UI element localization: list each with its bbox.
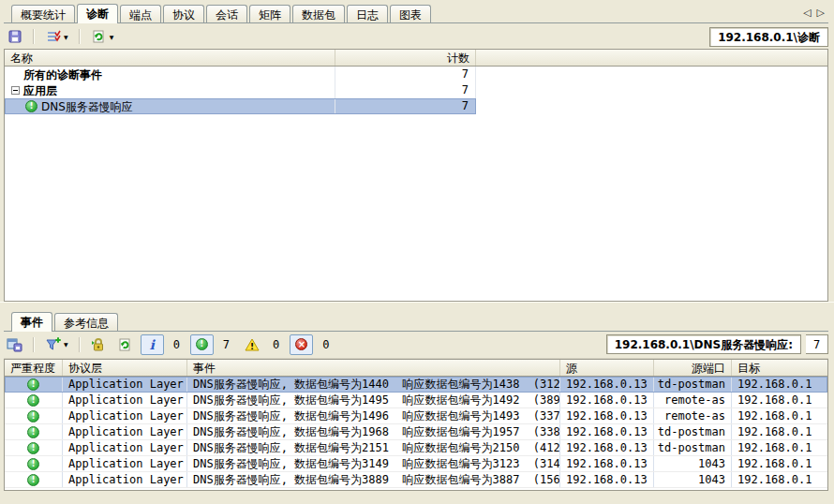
events-column-header-3[interactable]: 源: [560, 360, 654, 376]
refresh-button[interactable]: ▼: [88, 26, 117, 47]
main-tab-8[interactable]: 图表: [390, 5, 431, 22]
bottom-tab-strip: 事件参考信息: [4, 311, 828, 332]
events-pane: 严重程度协议层事件源源端口目标 !Application LayerDNS服务器…: [4, 359, 828, 491]
refresh-button[interactable]: [114, 334, 136, 355]
tree-rows: 所有的诊断事件7应用层7!DNS服务器慢响应7: [5, 67, 476, 114]
events-column-header-4[interactable]: 源端口: [654, 360, 732, 376]
event-cell: DNS服务器慢响应, 数据包编号为1440 响应数据包编号为1438 (312 …: [187, 377, 560, 392]
warning-filter-toggle[interactable]: !: [240, 334, 263, 355]
tree-column-header-1[interactable]: 计数: [335, 50, 476, 66]
source-cell: 192.168.0.13: [560, 456, 654, 471]
save-button[interactable]: [4, 26, 25, 47]
tree-row[interactable]: 应用层7: [5, 82, 476, 98]
tree-row[interactable]: !DNS服务器慢响应7: [5, 98, 476, 114]
event-row[interactable]: !Application LayerDNS服务器慢响应, 数据包编号为1496 …: [5, 408, 827, 424]
protocol-cell: Application Layer: [63, 472, 187, 487]
event-cell: DNS服务器慢响应, 数据包编号为1495 响应数据包编号为1492 (389 …: [187, 393, 560, 408]
event-row[interactable]: !Application LayerDNS服务器慢响应, 数据包编号为3889 …: [5, 472, 827, 488]
source-port-cell: remote-as: [654, 408, 732, 423]
toolbar-separator: [79, 29, 81, 44]
tree-row-label: 应用层: [23, 83, 57, 98]
main-tab-6[interactable]: 数据包: [292, 5, 345, 22]
protocol-cell: Application Layer: [63, 408, 187, 423]
dropdown-caret-icon[interactable]: ▼: [108, 34, 114, 40]
green-exclaim-icon: !: [194, 337, 210, 352]
destination-cell: 192.168.0.1: [732, 393, 827, 408]
events-column-header-2[interactable]: 事件: [187, 360, 560, 376]
event-row[interactable]: !Application LayerDNS服务器慢响应, 数据包编号为1495 …: [5, 393, 827, 408]
source-cell: 192.168.0.13: [560, 440, 654, 455]
error-filter-toggle[interactable]: ×: [290, 334, 313, 355]
main-tab-1[interactable]: 诊断: [77, 4, 118, 23]
diagnosis-toolbar: ▼▼192.168.0.1\诊断: [4, 24, 828, 49]
tab-scroll-right-icon[interactable]: ▷: [817, 7, 825, 19]
severity-cell: !: [5, 408, 63, 423]
main-tab-0[interactable]: 概要统计: [11, 5, 75, 22]
source-port-cell: td-postman: [654, 377, 732, 392]
lock-icon: [91, 337, 107, 352]
main-tab-strip: 概要统计诊断端点协议会话矩阵数据包日志图表 ◁ ▷: [4, 3, 828, 23]
events-column-header-5[interactable]: 目标: [732, 360, 827, 376]
info-icon: i: [144, 337, 160, 352]
events-header: 严重程度协议层事件源源端口目标: [5, 360, 827, 377]
svg-text:!: !: [250, 341, 254, 350]
tree-row-count: 7: [335, 67, 476, 82]
events-column-header-0[interactable]: 严重程度: [5, 360, 63, 376]
dropdown-caret-icon[interactable]: ▼: [62, 34, 68, 40]
event-row[interactable]: !Application LayerDNS服务器慢响应, 数据包编号为1968 …: [5, 424, 827, 440]
event-row[interactable]: !Application LayerDNS服务器慢响应, 数据包编号为3149 …: [5, 456, 827, 472]
collapse-minus-icon[interactable]: [11, 86, 20, 95]
dropdown-caret-icon[interactable]: ▼: [62, 341, 68, 348]
event-row[interactable]: !Application LayerDNS服务器慢响应, 数据包编号为2151 …: [5, 440, 827, 456]
green-exclaim-icon: !: [25, 100, 37, 112]
main-tab-5[interactable]: 矩阵: [249, 5, 290, 22]
protocol-cell: Application Layer: [63, 456, 187, 471]
event-cell: DNS服务器慢响应, 数据包编号为1968 响应数据包编号为1957 (338 …: [187, 424, 560, 439]
main-tab-4[interactable]: 会话: [206, 5, 247, 22]
bottom-tab-1[interactable]: 参考信息: [54, 313, 118, 331]
source-cell: 192.168.0.13: [560, 393, 654, 408]
location-count-box: 7: [806, 334, 828, 354]
tree-row[interactable]: 所有的诊断事件7: [5, 67, 476, 82]
lock-scroll-button[interactable]: [88, 334, 110, 355]
tree-row-name: !DNS服务器慢响应: [5, 98, 335, 114]
funnel-icon: [45, 337, 61, 352]
display-filter-button[interactable]: ▼: [42, 26, 71, 47]
export-report-button[interactable]: [4, 334, 25, 355]
diagnosis-tree-pane: 名称计数 所有的诊断事件7应用层7!DNS服务器慢响应7: [4, 49, 828, 302]
source-port-cell: 1043: [654, 456, 732, 471]
destination-cell: 192.168.0.1: [732, 456, 827, 471]
bottom-tab-0[interactable]: 事件: [11, 312, 52, 332]
notice-filter-toggle[interactable]: !: [190, 334, 214, 355]
main-tab-3[interactable]: 协议: [163, 5, 204, 22]
toolbar-separator: [79, 337, 81, 352]
tree-row-name: 所有的诊断事件: [5, 67, 335, 82]
warning-count: 0: [268, 338, 285, 351]
information-filter-toggle[interactable]: i: [141, 334, 164, 355]
location-box-top: 192.168.0.1\诊断: [709, 27, 828, 47]
green-exclaim-icon: !: [25, 440, 41, 455]
main-tab-7[interactable]: 日志: [347, 5, 388, 22]
information-count: 0: [169, 338, 186, 351]
main-tab-2[interactable]: 端点: [120, 5, 161, 22]
toolbar-separator: [33, 29, 35, 44]
green-exclaim-icon: !: [25, 408, 41, 423]
tree-row-label: DNS服务器慢响应: [41, 99, 133, 114]
tab-scroll-left-icon[interactable]: ◁: [803, 7, 811, 19]
filter-button[interactable]: ▼: [42, 334, 71, 355]
notice-count: 7: [218, 338, 235, 351]
events-column-header-1[interactable]: 协议层: [63, 360, 187, 376]
severity-cell: !: [5, 440, 63, 455]
error-icon: ×: [293, 337, 309, 352]
source-cell: 192.168.0.13: [560, 408, 654, 423]
event-cell: DNS服务器慢响应, 数据包编号为3889 响应数据包编号为3887 (1561…: [187, 472, 560, 487]
pane-splitter[interactable]: [0, 302, 834, 311]
checklist-icon: [45, 29, 61, 44]
tree-column-header-0[interactable]: 名称: [5, 50, 335, 66]
tree-row-name: 应用层: [5, 82, 335, 98]
toolbar-separator: [33, 337, 35, 352]
tree-header-filler: [476, 50, 827, 66]
refresh-icon: [117, 337, 133, 352]
source-port-cell: td-postman: [654, 424, 732, 439]
event-row[interactable]: !Application LayerDNS服务器慢响应, 数据包编号为1440 …: [5, 377, 827, 393]
